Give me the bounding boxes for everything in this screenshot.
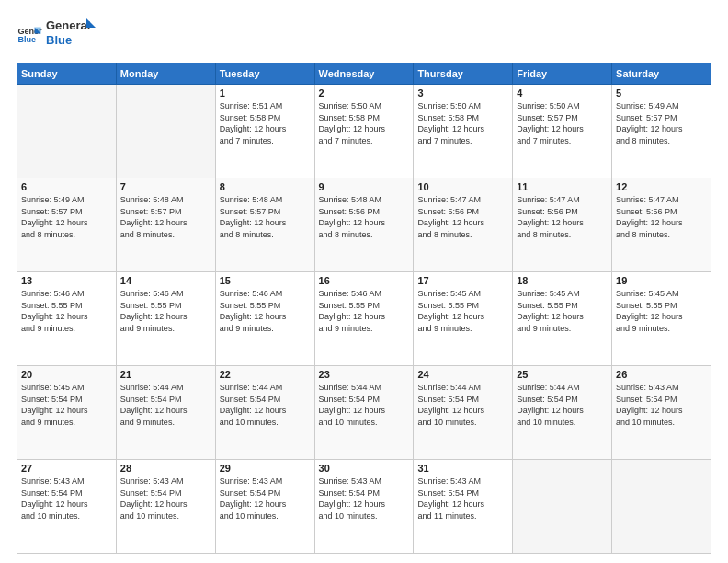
day-info: Sunrise: 5:45 AM Sunset: 5:55 PM Dayligh… xyxy=(417,288,508,334)
day-info: Sunrise: 5:50 AM Sunset: 5:58 PM Dayligh… xyxy=(319,100,410,146)
day-number: 23 xyxy=(319,369,410,380)
svg-text:Blue: Blue xyxy=(17,35,36,44)
day-info: Sunrise: 5:48 AM Sunset: 5:57 PM Dayligh… xyxy=(220,194,311,240)
day-number: 18 xyxy=(517,275,608,286)
day-number: 8 xyxy=(220,181,311,192)
calendar-cell: 3Sunrise: 5:50 AM Sunset: 5:58 PM Daylig… xyxy=(414,85,513,178)
svg-text:General: General xyxy=(46,18,90,32)
day-number: 19 xyxy=(616,275,707,286)
day-number: 14 xyxy=(120,275,211,286)
calendar-cell: 12Sunrise: 5:47 AM Sunset: 5:56 PM Dayli… xyxy=(612,178,711,272)
day-info: Sunrise: 5:43 AM Sunset: 5:54 PM Dayligh… xyxy=(417,476,508,522)
calendar-cell: 8Sunrise: 5:48 AM Sunset: 5:57 PM Daylig… xyxy=(215,178,314,272)
day-number: 17 xyxy=(417,275,508,286)
day-number: 2 xyxy=(319,87,410,98)
day-info: Sunrise: 5:44 AM Sunset: 5:54 PM Dayligh… xyxy=(417,382,508,428)
day-info: Sunrise: 5:43 AM Sunset: 5:54 PM Dayligh… xyxy=(120,476,211,522)
day-number: 24 xyxy=(417,369,508,380)
day-number: 26 xyxy=(616,369,707,380)
day-number: 21 xyxy=(120,369,211,380)
day-info: Sunrise: 5:46 AM Sunset: 5:55 PM Dayligh… xyxy=(120,288,211,334)
day-number: 29 xyxy=(220,463,311,474)
day-info: Sunrise: 5:43 AM Sunset: 5:54 PM Dayligh… xyxy=(220,476,311,522)
day-info: Sunrise: 5:45 AM Sunset: 5:55 PM Dayligh… xyxy=(616,288,707,334)
calendar-cell: 16Sunrise: 5:46 AM Sunset: 5:55 PM Dayli… xyxy=(314,272,414,366)
calendar-cell: 1Sunrise: 5:51 AM Sunset: 5:58 PM Daylig… xyxy=(215,85,314,178)
day-number: 25 xyxy=(517,369,608,380)
logo-icon: General Blue xyxy=(17,22,42,48)
calendar-cell: 13Sunrise: 5:46 AM Sunset: 5:55 PM Dayli… xyxy=(17,272,117,366)
day-number: 12 xyxy=(616,181,707,192)
day-info: Sunrise: 5:43 AM Sunset: 5:54 PM Dayligh… xyxy=(616,382,707,428)
day-number: 27 xyxy=(21,463,112,474)
day-info: Sunrise: 5:50 AM Sunset: 5:58 PM Dayligh… xyxy=(417,100,508,146)
day-number: 9 xyxy=(319,181,410,192)
day-info: Sunrise: 5:49 AM Sunset: 5:57 PM Dayligh… xyxy=(616,100,707,146)
day-info: Sunrise: 5:47 AM Sunset: 5:56 PM Dayligh… xyxy=(417,194,508,240)
calendar-week-row: 27Sunrise: 5:43 AM Sunset: 5:54 PM Dayli… xyxy=(17,460,711,554)
day-of-week-header: Saturday xyxy=(612,63,711,85)
day-info: Sunrise: 5:51 AM Sunset: 5:58 PM Dayligh… xyxy=(220,100,311,146)
calendar-cell: 28Sunrise: 5:43 AM Sunset: 5:54 PM Dayli… xyxy=(116,460,215,554)
day-info: Sunrise: 5:44 AM Sunset: 5:54 PM Dayligh… xyxy=(517,382,608,428)
calendar-cell xyxy=(612,460,711,554)
calendar-week-row: 1Sunrise: 5:51 AM Sunset: 5:58 PM Daylig… xyxy=(17,85,711,178)
calendar-cell: 9Sunrise: 5:48 AM Sunset: 5:56 PM Daylig… xyxy=(314,178,414,272)
day-info: Sunrise: 5:44 AM Sunset: 5:54 PM Dayligh… xyxy=(220,382,311,428)
svg-marker-6 xyxy=(86,18,96,28)
day-info: Sunrise: 5:43 AM Sunset: 5:54 PM Dayligh… xyxy=(21,476,112,522)
day-info: Sunrise: 5:47 AM Sunset: 5:56 PM Dayligh… xyxy=(517,194,608,240)
day-info: Sunrise: 5:44 AM Sunset: 5:54 PM Dayligh… xyxy=(319,382,410,428)
calendar-cell: 21Sunrise: 5:44 AM Sunset: 5:54 PM Dayli… xyxy=(116,366,215,460)
calendar-cell xyxy=(116,85,215,178)
day-number: 28 xyxy=(120,463,211,474)
day-number: 4 xyxy=(517,87,608,98)
day-number: 16 xyxy=(319,275,410,286)
calendar-cell: 20Sunrise: 5:45 AM Sunset: 5:54 PM Dayli… xyxy=(17,366,117,460)
calendar-cell: 31Sunrise: 5:43 AM Sunset: 5:54 PM Dayli… xyxy=(414,460,513,554)
calendar-cell: 4Sunrise: 5:50 AM Sunset: 5:57 PM Daylig… xyxy=(513,85,612,178)
day-info: Sunrise: 5:46 AM Sunset: 5:55 PM Dayligh… xyxy=(21,288,112,334)
day-number: 10 xyxy=(417,181,508,192)
day-info: Sunrise: 5:46 AM Sunset: 5:55 PM Dayligh… xyxy=(220,288,311,334)
day-number: 20 xyxy=(21,369,112,380)
day-info: Sunrise: 5:48 AM Sunset: 5:57 PM Dayligh… xyxy=(120,194,211,240)
day-number: 1 xyxy=(220,87,311,98)
day-info: Sunrise: 5:45 AM Sunset: 5:55 PM Dayligh… xyxy=(517,288,608,334)
day-info: Sunrise: 5:45 AM Sunset: 5:54 PM Dayligh… xyxy=(21,382,112,428)
day-number: 30 xyxy=(319,463,410,474)
calendar-cell: 6Sunrise: 5:49 AM Sunset: 5:57 PM Daylig… xyxy=(17,178,117,272)
calendar-cell: 17Sunrise: 5:45 AM Sunset: 5:55 PM Dayli… xyxy=(414,272,513,366)
calendar-cell xyxy=(513,460,612,554)
day-number: 3 xyxy=(417,87,508,98)
day-number: 11 xyxy=(517,181,608,192)
calendar-cell: 24Sunrise: 5:44 AM Sunset: 5:54 PM Dayli… xyxy=(414,366,513,460)
day-info: Sunrise: 5:48 AM Sunset: 5:56 PM Dayligh… xyxy=(319,194,410,240)
day-number: 31 xyxy=(417,463,508,474)
day-info: Sunrise: 5:46 AM Sunset: 5:55 PM Dayligh… xyxy=(319,288,410,334)
day-of-week-header: Tuesday xyxy=(215,63,314,85)
calendar-cell: 14Sunrise: 5:46 AM Sunset: 5:55 PM Dayli… xyxy=(116,272,215,366)
calendar-week-row: 13Sunrise: 5:46 AM Sunset: 5:55 PM Dayli… xyxy=(17,272,711,366)
calendar-cell: 7Sunrise: 5:48 AM Sunset: 5:57 PM Daylig… xyxy=(116,178,215,272)
day-number: 13 xyxy=(21,275,112,286)
day-of-week-header: Friday xyxy=(513,63,612,85)
calendar-cell: 27Sunrise: 5:43 AM Sunset: 5:54 PM Dayli… xyxy=(17,460,117,554)
svg-text:Blue: Blue xyxy=(46,33,72,47)
day-of-week-header: Monday xyxy=(116,63,215,85)
day-number: 5 xyxy=(616,87,707,98)
calendar-week-row: 20Sunrise: 5:45 AM Sunset: 5:54 PM Dayli… xyxy=(17,366,711,460)
day-of-week-header: Thursday xyxy=(414,63,513,85)
calendar-cell: 30Sunrise: 5:43 AM Sunset: 5:54 PM Dayli… xyxy=(314,460,414,554)
day-number: 6 xyxy=(21,181,112,192)
calendar-cell: 15Sunrise: 5:46 AM Sunset: 5:55 PM Dayli… xyxy=(215,272,314,366)
day-of-week-header: Wednesday xyxy=(314,63,414,85)
calendar-cell: 5Sunrise: 5:49 AM Sunset: 5:57 PM Daylig… xyxy=(612,85,711,178)
calendar-cell: 26Sunrise: 5:43 AM Sunset: 5:54 PM Dayli… xyxy=(612,366,711,460)
calendar-cell: 22Sunrise: 5:44 AM Sunset: 5:54 PM Dayli… xyxy=(215,366,314,460)
calendar-cell: 2Sunrise: 5:50 AM Sunset: 5:58 PM Daylig… xyxy=(314,85,414,178)
calendar-cell: 23Sunrise: 5:44 AM Sunset: 5:54 PM Dayli… xyxy=(314,366,414,460)
day-info: Sunrise: 5:47 AM Sunset: 5:56 PM Dayligh… xyxy=(616,194,707,240)
day-info: Sunrise: 5:44 AM Sunset: 5:54 PM Dayligh… xyxy=(120,382,211,428)
day-info: Sunrise: 5:43 AM Sunset: 5:54 PM Dayligh… xyxy=(319,476,410,522)
